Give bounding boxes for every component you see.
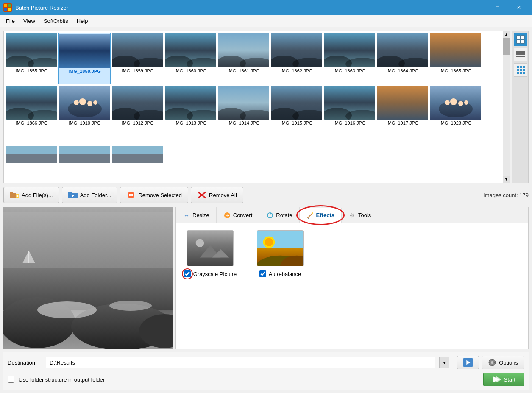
tab-resize-label: Resize [192, 212, 209, 218]
resize-icon: ↔ [183, 212, 190, 219]
grayscale-thumb [187, 230, 234, 266]
menu-help[interactable]: Help [72, 16, 92, 26]
gallery-item[interactable]: IMG_1855.JPG [6, 33, 58, 84]
main-container: IMG_1855.JPG IMG_1858.JPG [0, 27, 532, 393]
autobalance-checkbox[interactable] [259, 270, 266, 277]
gallery-item-partial[interactable] [111, 137, 164, 181]
gallery-item[interactable]: IMG_1859.JPG [111, 33, 164, 84]
svg-rect-88 [68, 192, 72, 194]
grayscale-checkbox-wrapper [184, 270, 191, 277]
toolbar-row: Add File(s)... Add Folder... [3, 186, 529, 204]
remove-all-button[interactable]: Remove All [191, 187, 243, 203]
maximize-button[interactable]: □ [488, 0, 507, 15]
gallery-area: IMG_1855.JPG IMG_1858.JPG [3, 31, 510, 183]
svg-rect-76 [517, 69, 519, 71]
titlebar: Batch Picture Resizer — □ ✕ [0, 0, 532, 15]
menu-file[interactable]: File [2, 16, 19, 26]
gallery-item[interactable]: IMG_1923.JPG [429, 85, 482, 135]
gallery-item[interactable]: IMG_1862.JPG [270, 33, 323, 84]
gallery-scrollbar[interactable]: ▲ ▼ [503, 31, 510, 183]
thumb-label: IMG_1865.JPG [440, 68, 472, 73]
svg-point-101 [37, 301, 97, 318]
svg-rect-68 [517, 40, 520, 43]
add-files-button[interactable]: Add File(s)... [3, 187, 59, 203]
gallery-item[interactable]: IMG_1863.JPG [323, 33, 376, 84]
svg-rect-2 [8, 4, 11, 7]
menu-view[interactable]: View [19, 16, 39, 26]
svg-marker-128 [496, 376, 501, 382]
remove-selected-button[interactable]: Remove Selected [120, 187, 188, 203]
scrollbar-down-button[interactable]: ▼ [503, 176, 510, 183]
thumb-label: IMG_1862.JPG [281, 68, 313, 73]
gallery-item[interactable]: IMG_1866.JPG [6, 85, 58, 135]
view-thumbnail-button[interactable] [514, 33, 527, 46]
tab-effects[interactable]: Effects [300, 208, 342, 223]
thumb-label: IMG_1859.JPG [122, 68, 154, 73]
scrollbar-thumb[interactable] [503, 38, 510, 55]
gallery-item-partial[interactable] [58, 137, 111, 181]
grayscale-checkbox[interactable] [184, 270, 191, 277]
gallery-item[interactable]: IMG_1917.JPG [376, 85, 429, 135]
autobalance-card: Auto-balance [246, 230, 314, 277]
thumb-image [430, 33, 481, 67]
scrollbar-up-button[interactable]: ▲ [503, 31, 510, 38]
effects-icon [306, 212, 314, 219]
svg-rect-61 [6, 154, 57, 163]
thumb-label: IMG_1913.JPG [175, 120, 207, 125]
view-grid-button[interactable] [514, 63, 527, 77]
add-folder-icon [68, 190, 78, 200]
svg-rect-1 [4, 4, 7, 7]
app-icon [3, 3, 12, 12]
gallery-item[interactable]: IMG_1860.JPG [164, 33, 217, 84]
menu-softorbits[interactable]: SoftOrbits [39, 16, 72, 26]
options-button[interactable]: Options [482, 356, 524, 369]
add-folder-button[interactable]: Add Folder... [62, 187, 118, 203]
close-button[interactable]: ✕ [509, 0, 529, 15]
thumb-image [165, 86, 216, 120]
scrollbar-track[interactable] [503, 38, 510, 176]
gallery-scroll[interactable]: IMG_1855.JPG IMG_1858.JPG [4, 31, 510, 183]
destination-dropdown-button[interactable]: ▼ [439, 357, 449, 368]
view-list-button[interactable] [514, 48, 527, 61]
gallery-item[interactable]: IMG_1910.JPG [58, 85, 111, 135]
effects-content: Grayscale Picture [176, 223, 528, 349]
destination-row: Destination ▼ [8, 356, 524, 369]
gallery-item[interactable]: IMG_1913.JPG [164, 85, 217, 135]
start-button[interactable]: Start [483, 373, 524, 386]
gallery-item-partial[interactable] [6, 137, 58, 181]
tab-convert[interactable]: Convert [217, 207, 260, 223]
svg-rect-3 [4, 8, 7, 11]
svg-rect-53 [377, 86, 428, 120]
gallery-item[interactable]: IMG_1915.JPG [270, 85, 323, 135]
run-button[interactable] [457, 356, 479, 369]
gallery-item[interactable]: IMG_1914.JPG [217, 85, 270, 135]
thumb-image [271, 33, 322, 67]
folder-structure-row: Use folder structure in output folder St… [8, 373, 524, 386]
gallery-item[interactable]: IMG_1912.JPG [111, 85, 164, 135]
convert-icon [223, 212, 231, 219]
thumb-image [271, 86, 322, 120]
svg-rect-78 [523, 69, 525, 71]
destination-input[interactable] [46, 357, 435, 368]
thumb-label: IMG_1923.JPG [440, 120, 472, 125]
gallery-item[interactable]: IMG_1916.JPG [323, 85, 376, 135]
thumb-image [218, 86, 269, 120]
folder-structure-checkbox[interactable] [8, 376, 14, 383]
tab-resize[interactable]: ↔ Resize [176, 207, 217, 223]
tab-tools[interactable]: ⚙ Tools [342, 207, 378, 223]
thumb-label: IMG_1864.JPG [387, 68, 419, 73]
tab-rotate[interactable]: Rotate [259, 207, 299, 223]
svg-point-113 [196, 239, 204, 247]
add-files-icon [10, 190, 19, 200]
remove-all-icon [197, 190, 206, 200]
gallery-item[interactable]: IMG_1861.JPG [217, 33, 270, 84]
svg-rect-65 [112, 154, 163, 163]
thumb-label: IMG_1912.JPG [122, 120, 154, 125]
tab-effects-label: Effects [316, 212, 334, 218]
thumb-image [430, 86, 481, 120]
gallery-item[interactable]: IMG_1858.JPG [58, 33, 111, 84]
minimize-button[interactable]: — [467, 0, 486, 15]
gallery-item[interactable]: IMG_1864.JPG [376, 33, 429, 84]
svg-line-109 [308, 218, 309, 219]
gallery-item[interactable]: IMG_1865.JPG [429, 33, 482, 84]
